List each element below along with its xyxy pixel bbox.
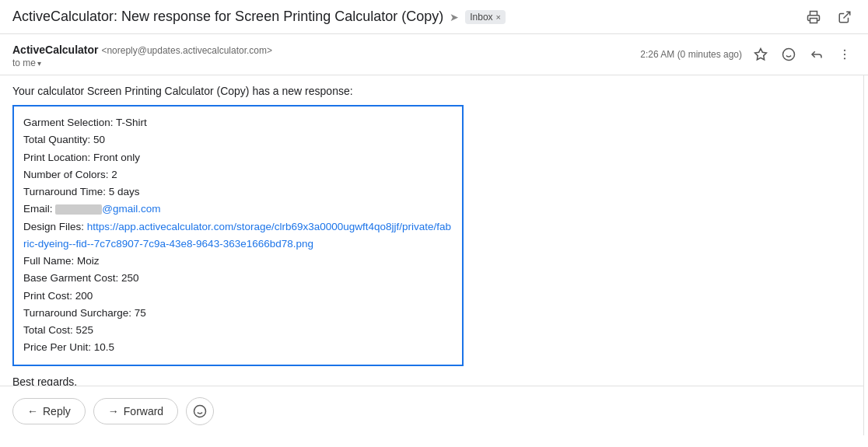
top-bar: ActiveCalculator: New response for Scree… [0, 0, 868, 34]
field-print-cost: Print Cost: 200 [23, 288, 453, 305]
print-button[interactable] [803, 6, 824, 28]
more-options-button[interactable] [834, 44, 856, 65]
field-turnaround-time: Turnaround Time: 5 days [23, 183, 453, 201]
svg-rect-0 [810, 18, 817, 23]
inbox-tag: Inbox × [465, 10, 506, 24]
intro-text: Your calculator Screen Printing Calculat… [12, 85, 851, 97]
regards-text: Best regards, [12, 375, 851, 386]
header-right: 2:26 AM (0 minutes ago) [640, 44, 856, 65]
to-me: to me ▾ [12, 58, 272, 68]
reply-arrow-icon: ← [27, 405, 38, 417]
timestamp: 2:26 AM (0 minutes ago) [640, 49, 742, 60]
top-bar-right [803, 6, 856, 28]
open-in-new-button[interactable] [834, 6, 856, 28]
emoji-footer-button[interactable] [186, 397, 214, 425]
field-design-files: Design Files: https://app.activecalculat… [23, 218, 453, 253]
field-turnaround-surcharge: Turnaround Surcharge: 75 [23, 305, 453, 322]
reply-button[interactable]: ← Reply [12, 398, 86, 424]
field-email: Email: @gmail.com [23, 201, 453, 218]
email-subject: ActiveCalculator: New response for Scree… [12, 9, 443, 25]
header-icons [750, 44, 856, 65]
sender-name: ActiveCalculator [12, 44, 98, 56]
svg-point-7 [844, 54, 845, 55]
email-main: Your calculator Screen Printing Calculat… [0, 75, 863, 435]
email-link[interactable]: @gmail.com [102, 203, 160, 215]
field-total-cost: Total Cost: 525 [23, 322, 453, 339]
sender-line: ActiveCalculator <noreply@updates.active… [12, 44, 272, 56]
forward-arrow-icon: → [108, 405, 119, 417]
forward-button[interactable]: → Forward [93, 398, 178, 424]
svg-point-3 [783, 49, 795, 61]
forward-label: Forward [124, 405, 163, 417]
field-print-location: Print Location: Front only [23, 149, 453, 166]
svg-point-8 [844, 58, 845, 59]
reply-header-button[interactable] [806, 44, 828, 65]
design-files-link[interactable]: https://app.activecalculator.com/storage… [23, 221, 451, 250]
star-button[interactable] [750, 44, 772, 65]
svg-marker-2 [755, 49, 767, 60]
email-header: ActiveCalculator <noreply@updates.active… [0, 34, 868, 75]
svg-line-1 [844, 12, 850, 18]
reply-label: Reply [43, 405, 71, 417]
top-bar-left: ActiveCalculator: New response for Scree… [12, 9, 803, 25]
svg-point-9 [194, 405, 206, 417]
email-footer: ← Reply → Forward [0, 386, 863, 435]
email-body: Your calculator Screen Printing Calculat… [0, 75, 863, 386]
field-price-per-unit: Price Per Unit: 10.5 [23, 339, 453, 356]
emoji-reaction-button[interactable] [778, 44, 800, 65]
inbox-close[interactable]: × [496, 12, 501, 22]
label-icon: ➤ [450, 11, 459, 23]
field-number-of-colors: Number of Colors: 2 [23, 166, 453, 183]
redacted-email [55, 204, 102, 215]
field-base-garment-cost: Base Garment Cost: 250 [23, 270, 453, 287]
field-garment-selection: Garment Selection: T-Shirt [23, 114, 453, 131]
inbox-label: Inbox [470, 12, 492, 23]
chevron-down-icon[interactable]: ▾ [37, 59, 41, 68]
response-box: Garment Selection: T-Shirt Total Quantit… [12, 105, 464, 366]
field-total-quantity: Total Quantity: 50 [23, 131, 453, 148]
field-full-name: Full Name: Moiz [23, 253, 453, 270]
sender-info: ActiveCalculator <noreply@updates.active… [12, 44, 272, 68]
svg-point-6 [844, 50, 845, 51]
sender-email: <noreply@updates.activecalculator.com> [101, 45, 272, 56]
email-layout: Your calculator Screen Printing Calculat… [0, 75, 868, 435]
email-sidebar [863, 75, 868, 435]
